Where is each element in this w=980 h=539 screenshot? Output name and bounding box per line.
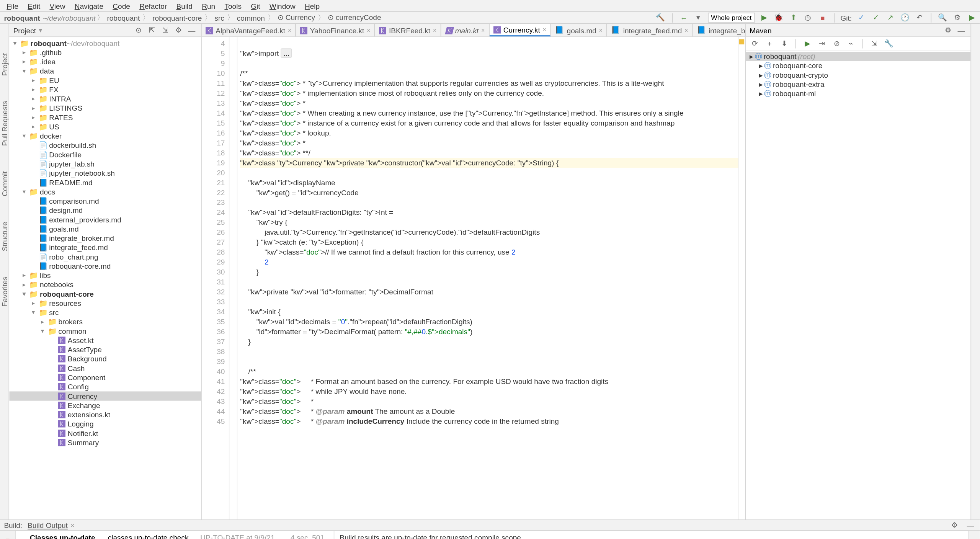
tree-node[interactable]: 🅺Exchange bbox=[9, 401, 201, 410]
git-commit-icon[interactable]: ✓ bbox=[871, 12, 881, 23]
tree-node[interactable]: ▸📁libs bbox=[9, 271, 201, 280]
maven-wrench-icon[interactable]: 🔧 bbox=[884, 38, 894, 49]
tree-node[interactable]: ▸📁notebooks bbox=[9, 280, 201, 289]
tree-node[interactable]: 🅺extensions.kt bbox=[9, 410, 201, 419]
editor-tab[interactable]: 🅺IBKRFeed.kt× bbox=[375, 24, 441, 36]
build-settings-icon[interactable]: ⚙ bbox=[949, 520, 960, 531]
panel-settings-icon[interactable]: ⚙ bbox=[173, 25, 184, 36]
maven-node[interactable]: ▸ⓜ roboquant-ml bbox=[746, 89, 970, 98]
menu-git[interactable]: Git bbox=[247, 0, 264, 11]
project-tree[interactable]: ▾📁roboquant ~/dev/roboquant▸📁.github▸📁.i… bbox=[9, 37, 201, 519]
code-line[interactable]: "kw">class="doc"> * @param includeCurren… bbox=[240, 416, 738, 426]
build-output-tab[interactable]: Build Output bbox=[28, 521, 68, 529]
breadcrumb-project[interactable]: roboquant bbox=[3, 14, 41, 22]
tree-node[interactable]: 📄jupyter_lab.sh bbox=[9, 159, 201, 168]
maven-skip-tests-icon[interactable]: ⊘ bbox=[831, 38, 842, 49]
tree-node[interactable]: 📘roboquant-core.md bbox=[9, 261, 201, 271]
run-config-icon[interactable]: ▾ bbox=[693, 12, 704, 23]
stripe-commit[interactable]: Commit bbox=[0, 168, 8, 199]
maven-node[interactable]: ▸ⓜ roboquant (root) bbox=[746, 52, 970, 61]
tree-node[interactable]: 🅺Summary bbox=[9, 438, 201, 447]
breadcrumb-part[interactable]: common bbox=[235, 14, 266, 22]
search-everywhere-icon[interactable]: 🔍 bbox=[938, 12, 948, 23]
code-line[interactable]: "kw">private "kw">val "id">formatter: "t… bbox=[240, 287, 738, 297]
editor-tab[interactable]: 🅺YahooFinance.kt× bbox=[296, 24, 375, 36]
code-line[interactable]: "kw">class="doc"> * @param amount The am… bbox=[240, 407, 738, 416]
maven-collapse-icon[interactable]: ⇲ bbox=[869, 38, 880, 49]
code-line[interactable] bbox=[240, 39, 738, 49]
code-line[interactable]: "kw">class="doc"> **/ bbox=[240, 148, 738, 158]
code-line[interactable] bbox=[240, 297, 738, 307]
menu-refactor[interactable]: Refactor bbox=[136, 0, 171, 11]
build-hammer-icon[interactable]: 🔨 bbox=[655, 12, 666, 23]
editor-tab[interactable]: 🅺Currency.kt× bbox=[489, 24, 551, 36]
stripe-structure[interactable]: Structure bbox=[0, 219, 8, 254]
tree-node[interactable]: 🅺Currency bbox=[9, 391, 201, 400]
maven-node[interactable]: ▸ⓜ roboquant-extra bbox=[746, 80, 970, 89]
tree-node[interactable]: 🅺Logging bbox=[9, 419, 201, 428]
code-line[interactable]: "id">formatter = "ty">DecimalFormat( pat… bbox=[240, 327, 738, 337]
menu-file[interactable]: File bbox=[3, 0, 23, 11]
maven-tree[interactable]: ▸ⓜ roboquant (root)▸ⓜ roboquant-core▸ⓜ r… bbox=[746, 51, 970, 519]
code-line[interactable]: } bbox=[240, 337, 738, 347]
code-line[interactable]: "kw">class="doc"> * instance of a curren… bbox=[240, 118, 738, 128]
code-line[interactable]: "kw">class "ty">Currency "kw">private "k… bbox=[240, 158, 738, 168]
tree-node[interactable]: ▸📁LISTINGS bbox=[9, 103, 201, 113]
maven-settings-icon[interactable]: ⚙ bbox=[943, 25, 954, 36]
code-line[interactable]: "kw">class="doc">// If we cannot find a … bbox=[240, 247, 738, 257]
menu-code[interactable]: Code bbox=[109, 0, 134, 11]
code-line[interactable]: "kw">class="doc"> * while JPY would have… bbox=[240, 387, 738, 397]
tree-node[interactable]: ▾📁data bbox=[9, 66, 201, 75]
code-line[interactable]: } "kw">catch (e: "ty">Exception) { bbox=[240, 237, 738, 247]
menu-build[interactable]: Build bbox=[172, 0, 196, 11]
tree-node[interactable]: 📘README.md bbox=[9, 178, 201, 187]
close-tab-icon[interactable]: × bbox=[599, 27, 603, 33]
tree-node[interactable]: 🅺Background bbox=[9, 354, 201, 363]
code-line[interactable]: "kw">class="doc"> * bbox=[240, 98, 738, 108]
nav-back-icon[interactable]: ← bbox=[678, 12, 689, 23]
code-line[interactable]: "kw">class="doc"> * bbox=[240, 138, 738, 148]
coverage-icon[interactable]: ⬆ bbox=[788, 12, 799, 23]
hide-maven-icon[interactable]: — bbox=[956, 25, 967, 36]
git-update-icon[interactable]: ✓ bbox=[856, 12, 867, 23]
stripe-pull-requests[interactable]: Pull Requests bbox=[0, 98, 8, 149]
git-history-icon[interactable]: 🕐 bbox=[900, 12, 910, 23]
code-line[interactable]: /** bbox=[240, 68, 738, 78]
maven-reimport-icon[interactable]: ⟳ bbox=[750, 38, 760, 49]
maven-run-icon[interactable]: ▶ bbox=[802, 38, 813, 49]
profile-icon[interactable]: ◷ bbox=[803, 12, 813, 23]
breadcrumb-part[interactable]: ⊙ currencyCode bbox=[327, 13, 383, 22]
maven-offline-icon[interactable]: ⌁ bbox=[846, 38, 857, 49]
tree-node[interactable]: ▸📁INTRA bbox=[9, 94, 201, 103]
tree-node[interactable]: 📘external_providers.md bbox=[9, 215, 201, 224]
breadcrumb-part[interactable]: src bbox=[213, 14, 225, 22]
settings-icon[interactable]: ⚙ bbox=[952, 12, 963, 23]
run-icon[interactable]: ▶ bbox=[759, 12, 769, 23]
tree-node[interactable]: ▸📁resources bbox=[9, 299, 201, 308]
error-stripe[interactable] bbox=[738, 37, 745, 519]
editor-tab[interactable]: 🅺AlphaVantageFeed.kt× bbox=[202, 24, 296, 36]
tree-node[interactable]: ▸📁.idea bbox=[9, 57, 201, 66]
tree-node[interactable]: 📄jupyter_notebook.sh bbox=[9, 168, 201, 178]
tree-node[interactable]: ▾📁roboquant ~/dev/roboquant bbox=[9, 39, 201, 48]
maven-generate-icon[interactable]: + bbox=[764, 38, 775, 49]
search-scope-select[interactable]: Whole project bbox=[708, 13, 755, 23]
menu-run[interactable]: Run bbox=[198, 0, 219, 11]
tree-node[interactable]: ▾📁docker bbox=[9, 131, 201, 140]
menu-window[interactable]: Window bbox=[265, 0, 299, 11]
code-line[interactable] bbox=[240, 59, 738, 69]
breadcrumb-part[interactable]: ⊙ Currency bbox=[276, 13, 316, 22]
code-line[interactable] bbox=[240, 198, 738, 207]
maven-node[interactable]: ▸ⓜ roboquant-crypto bbox=[746, 70, 970, 80]
code-line[interactable]: "kw">class="doc"> * When creating a new … bbox=[240, 108, 738, 118]
tree-node[interactable]: 📄robo_chart.png bbox=[9, 252, 201, 261]
tree-node[interactable]: 🅺Asset.kt bbox=[9, 336, 201, 345]
code-line[interactable]: "kw">class="doc"> * bbox=[240, 397, 738, 407]
menu-view[interactable]: View bbox=[46, 0, 69, 11]
maven-exec-icon[interactable]: ⇥ bbox=[817, 38, 827, 49]
code-line[interactable]: /** bbox=[240, 367, 738, 377]
tree-node[interactable]: ▾📁common bbox=[9, 327, 201, 336]
collapse-all-icon[interactable]: ⇲ bbox=[160, 25, 171, 36]
editor-tab[interactable]: 📘integrate_feed.md× bbox=[607, 24, 693, 36]
tree-node[interactable]: 📘design.md bbox=[9, 206, 201, 215]
